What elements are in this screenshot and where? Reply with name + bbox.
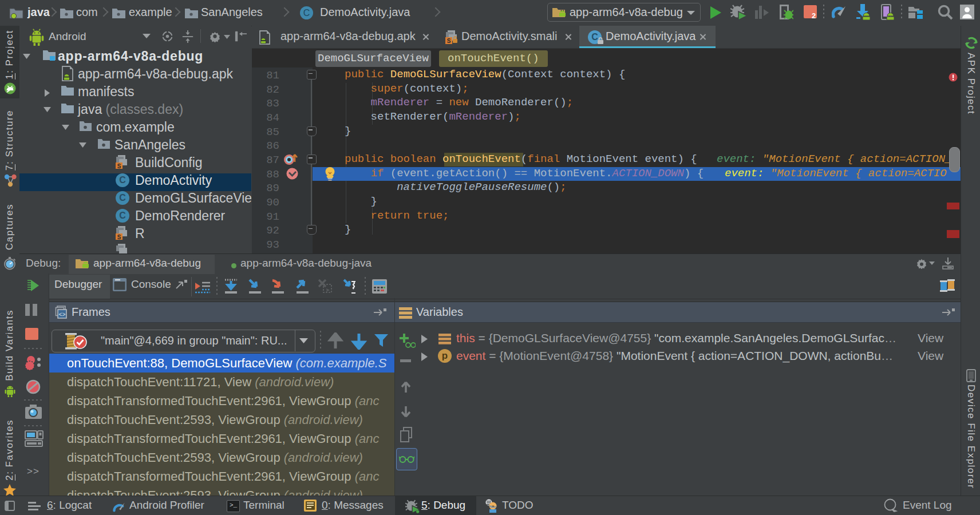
svg-text:S: S [117,163,121,169]
svg-text:S: S [447,38,451,44]
svg-text:S: S [117,234,121,240]
svg-text:<>: <> [58,312,65,318]
